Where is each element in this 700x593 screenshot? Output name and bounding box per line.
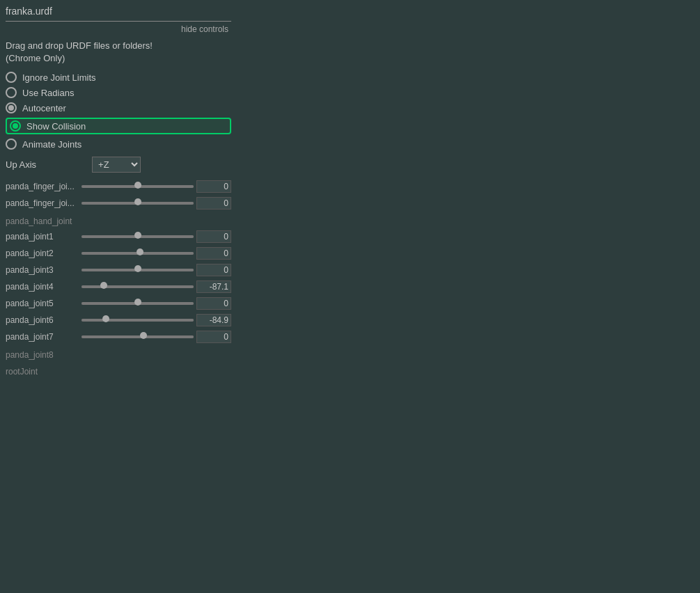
show-collision-label: Show Collision (26, 121, 86, 132)
joint-name: panda_finger_joi... (6, 198, 79, 208)
joint-slider[interactable] (81, 252, 194, 255)
joint-slider[interactable] (81, 319, 194, 322)
joint-slider[interactable] (81, 302, 194, 305)
up-axis-label: Up Axis (6, 159, 36, 170)
use-radians-row[interactable]: Use Radians (6, 87, 231, 98)
animate-joints-radio[interactable] (6, 139, 17, 150)
joint-name: panda_joint1 (6, 232, 79, 242)
joint-name: panda_joint2 (6, 248, 79, 258)
animate-joints-row[interactable]: Animate Joints (6, 139, 231, 150)
drag-drop-line1: Drag and drop URDF files or folders! (6, 40, 153, 51)
checkboxes-container: Ignore Joint Limits Use Radians Autocent… (6, 72, 231, 150)
joint-value-input[interactable] (196, 197, 231, 209)
up-axis-select[interactable]: +Z -Z +Y -Y +X -X (92, 157, 141, 173)
joint-name: panda_joint8 (6, 347, 79, 361)
joint-value-input[interactable] (196, 297, 231, 310)
joint-name: panda_hand_joint (6, 213, 79, 227)
use-radians-radio[interactable] (6, 87, 17, 98)
joint-row: panda_joint8 (6, 347, 231, 361)
joint-value-input[interactable] (196, 180, 231, 193)
joint-row: panda_joint7 (6, 330, 231, 344)
joint-name: panda_finger_joi... (6, 182, 79, 191)
hide-controls-button[interactable]: hide controls (6, 24, 231, 34)
joint-row: panda_joint2 (6, 246, 231, 260)
joint-slider[interactable] (81, 285, 194, 288)
ignore-joint-limits-label: Ignore Joint Limits (22, 72, 96, 83)
controls-panel: franka.urdf hide controls Drag and drop … (0, 0, 237, 593)
joint-row: panda_hand_joint (6, 213, 231, 227)
joint-name: rootJoint (6, 363, 79, 377)
file-title: franka.urdf (6, 6, 231, 22)
show-collision-row[interactable]: Show Collision (6, 118, 231, 134)
joint-row: panda_joint3 (6, 263, 231, 277)
autocenter-row[interactable]: Autocenter (6, 102, 231, 113)
joint-row: panda_joint4 (6, 280, 231, 294)
joint-slider[interactable] (81, 335, 194, 338)
show-collision-radio[interactable] (10, 120, 21, 132)
joint-slider[interactable] (81, 235, 194, 238)
joint-slider[interactable] (81, 185, 194, 188)
joint-name: panda_joint3 (6, 265, 79, 275)
joint-name: panda_joint6 (6, 315, 79, 325)
autocenter-label: Autocenter (22, 103, 66, 113)
joint-name: panda_joint4 (6, 282, 79, 292)
joint-value-input[interactable] (196, 230, 231, 243)
joint-row: panda_joint5 (6, 296, 231, 310)
use-radians-label: Use Radians (22, 88, 74, 98)
joint-value-input[interactable] (196, 331, 231, 343)
joint-value-input[interactable] (196, 247, 231, 260)
drag-drop-info: Drag and drop URDF files or folders! (Ch… (6, 40, 231, 65)
joint-value-input[interactable] (196, 280, 231, 293)
joint-slider[interactable] (81, 269, 194, 271)
up-axis-row: Up Axis +Z -Z +Y -Y +X -X (6, 157, 231, 173)
joint-value-input[interactable] (196, 314, 231, 326)
drag-drop-line2: (Chrome Only) (6, 53, 65, 63)
animate-joints-label: Animate Joints (22, 139, 81, 150)
joint-slider[interactable] (81, 202, 194, 205)
joint-name: panda_joint7 (6, 332, 79, 342)
joint-row: rootJoint (6, 363, 231, 377)
joint-row: panda_finger_joi... (6, 196, 231, 210)
joints-container: panda_finger_joi... panda_finger_joi... … (6, 180, 231, 377)
joint-row: panda_joint1 (6, 230, 231, 244)
joint-name: panda_joint5 (6, 299, 79, 308)
joint-value-input[interactable] (196, 264, 231, 276)
joint-row: panda_joint6 (6, 313, 231, 327)
ignore-joint-limits-row[interactable]: Ignore Joint Limits (6, 72, 231, 83)
ignore-joint-limits-radio[interactable] (6, 72, 17, 83)
autocenter-radio[interactable] (6, 102, 17, 113)
joint-row: panda_finger_joi... (6, 180, 231, 193)
